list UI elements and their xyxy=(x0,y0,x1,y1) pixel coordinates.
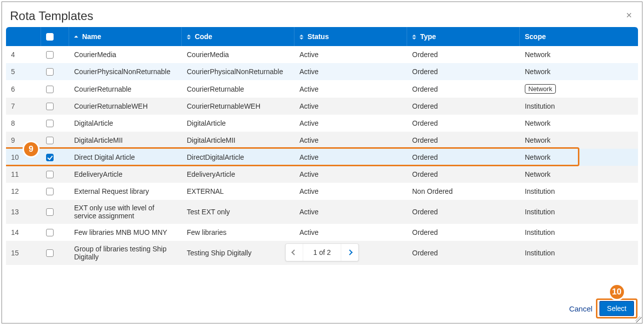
cell-type: Ordered xyxy=(407,166,520,183)
cell-scope: Institution xyxy=(520,200,638,224)
modal-header: Rota Templates × xyxy=(2,2,642,27)
row-checkbox[interactable] xyxy=(46,51,54,59)
cell-name: Group of libraries testing Ship Digitall… xyxy=(69,241,182,265)
cell-name: EdeliveryArticle xyxy=(69,166,182,183)
select-button[interactable]: Select xyxy=(599,301,634,316)
cell-code: CourierReturnableWEH xyxy=(182,98,294,115)
cell-type: Ordered xyxy=(407,115,520,132)
cell-type: Ordered xyxy=(407,98,520,115)
cell-type: Ordered xyxy=(407,46,520,63)
table-row[interactable]: 8DigitalArticleDigitalArticleActiveOrder… xyxy=(6,115,638,132)
cell-name: Few libraries MNB MUO MNY xyxy=(69,224,182,241)
cell-name: EXT only use with level of service assig… xyxy=(69,200,182,224)
cell-name: CourierMedia xyxy=(69,46,182,63)
row-checkbox[interactable] xyxy=(46,120,54,127)
cell-status: Active xyxy=(294,224,407,241)
col-name[interactable]: Name xyxy=(69,27,182,46)
row-checkbox-cell[interactable] xyxy=(41,183,69,200)
table-row[interactable]: 13EXT only use with level of service ass… xyxy=(6,200,638,224)
row-checkbox-cell[interactable] xyxy=(41,98,69,115)
table-row[interactable]: 10Direct Digital ArticleDirectDigitalArt… xyxy=(6,149,638,166)
row-checkbox-cell[interactable] xyxy=(41,241,69,265)
row-checkbox[interactable] xyxy=(46,171,54,178)
cancel-button[interactable]: Cancel xyxy=(569,304,592,313)
row-checkbox[interactable] xyxy=(46,249,54,257)
modal-body: Name Code Status Type xyxy=(2,27,642,296)
scope-box: Network xyxy=(525,84,556,94)
cell-type: Ordered xyxy=(407,224,520,241)
sort-icon xyxy=(187,35,191,40)
row-checkbox-cell[interactable] xyxy=(41,46,69,63)
row-checkbox[interactable] xyxy=(46,188,54,195)
col-type[interactable]: Type xyxy=(407,27,520,46)
cell-scope: Network xyxy=(520,166,638,183)
table-row[interactable]: 11EdeliveryArticleEdeliveryArticleActive… xyxy=(6,166,638,183)
chevron-right-icon xyxy=(347,249,353,255)
cell-scope: Institution xyxy=(520,224,638,241)
row-checkbox[interactable] xyxy=(46,103,54,110)
select-all-checkbox[interactable] xyxy=(46,33,54,41)
row-checkbox-cell[interactable] xyxy=(41,166,69,183)
cell-status: Active xyxy=(294,98,407,115)
sort-icon xyxy=(299,35,303,40)
cell-status: Active xyxy=(294,132,407,149)
row-checkbox-cell[interactable] xyxy=(41,63,69,80)
cell-status: Active xyxy=(294,200,407,224)
cell-type: Ordered xyxy=(407,200,520,224)
cell-status: Active xyxy=(294,115,407,132)
row-checkbox[interactable] xyxy=(46,208,54,216)
table-row[interactable]: 12External Request libraryEXTERNALActive… xyxy=(6,183,638,200)
pagination: 1 of 2 xyxy=(285,243,359,261)
row-checkbox-cell[interactable] xyxy=(41,132,69,149)
table-header-row: Name Code Status Type xyxy=(6,27,638,46)
row-index: 15 xyxy=(6,241,41,265)
annotation-10-badge: 10 xyxy=(608,283,625,300)
col-select-all[interactable] xyxy=(41,27,69,46)
row-index: 11 xyxy=(6,166,41,183)
row-checkbox-cell[interactable] xyxy=(41,224,69,241)
cell-code: EXTERNAL xyxy=(182,183,294,200)
col-status[interactable]: Status xyxy=(294,27,407,46)
row-checkbox[interactable] xyxy=(46,137,54,144)
table-row[interactable]: 9DigitalArticleMIIDigitalArticleMIIActiv… xyxy=(6,132,638,149)
row-checkbox[interactable] xyxy=(46,86,54,93)
cell-status: Active xyxy=(294,166,407,183)
cell-scope: Institution xyxy=(520,98,638,115)
row-index: 14 xyxy=(6,224,41,241)
sort-icon xyxy=(74,36,78,39)
cell-name: CourierReturnableWEH xyxy=(69,98,182,115)
page-next-button[interactable] xyxy=(342,244,359,261)
table-row[interactable]: 7CourierReturnableWEHCourierReturnableWE… xyxy=(6,98,638,115)
table-row[interactable]: 6CourierReturnableCourierReturnableActiv… xyxy=(6,80,638,98)
resize-grip-icon[interactable] xyxy=(635,316,641,322)
row-checkbox-cell[interactable] xyxy=(41,149,69,166)
modal-title: Rota Templates xyxy=(10,9,93,23)
row-checkbox[interactable] xyxy=(46,68,54,76)
cell-code: Test EXT only xyxy=(182,200,294,224)
row-checkbox-cell[interactable] xyxy=(41,80,69,98)
col-code-label: Code xyxy=(195,33,212,41)
row-checkbox[interactable] xyxy=(46,154,54,161)
col-index xyxy=(6,27,41,46)
cell-code: Few libraries xyxy=(182,224,294,241)
cell-type: Ordered xyxy=(407,241,520,265)
col-code[interactable]: Code xyxy=(182,27,294,46)
row-checkbox-cell[interactable] xyxy=(41,115,69,132)
page-prev-button[interactable] xyxy=(285,244,302,261)
cell-scope: Network xyxy=(520,132,638,149)
cell-type: Ordered xyxy=(407,132,520,149)
annotation-9-badge: 9 xyxy=(23,141,40,158)
row-checkbox[interactable] xyxy=(46,229,54,236)
close-icon[interactable]: × xyxy=(624,9,634,21)
table-row[interactable]: 5CourierPhysicalNonReturnableCourierPhys… xyxy=(6,63,638,80)
row-index: 4 xyxy=(6,46,41,63)
row-checkbox-cell[interactable] xyxy=(41,200,69,224)
row-index: 7 xyxy=(6,98,41,115)
cell-status: Active xyxy=(294,149,407,166)
cell-type: Ordered xyxy=(407,80,520,98)
col-scope[interactable]: Scope xyxy=(520,27,638,46)
cell-code: CourierPhysicalNonReturnable xyxy=(182,63,294,80)
table-row[interactable]: 14Few libraries MNB MUO MNYFew libraries… xyxy=(6,224,638,241)
cell-name: DigitalArticle xyxy=(69,115,182,132)
table-row[interactable]: 4CourierMediaCourierMediaActiveOrderedNe… xyxy=(6,46,638,63)
